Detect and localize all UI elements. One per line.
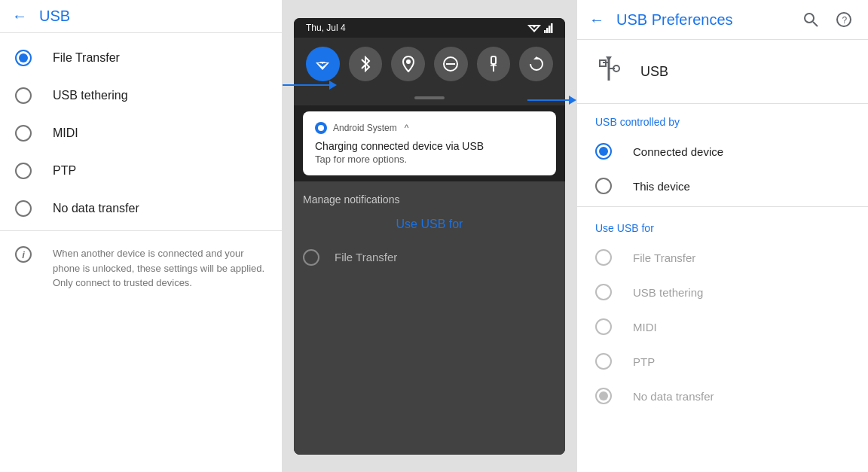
right-usb-label: USB [640, 64, 668, 80]
radio-usb-tethering [15, 87, 32, 104]
usb-icon [595, 55, 622, 82]
signal-icon [544, 23, 553, 33]
android-icon [317, 124, 325, 132]
dark-section: Manage notifications Use USB for File Tr… [294, 181, 565, 455]
left-back-button[interactable]: ← [12, 8, 27, 25]
right-option-file-transfer[interactable]: File Transfer [577, 240, 868, 275]
dark-radio-file-transfer [303, 249, 319, 266]
right-label-ptp-use: PTP [633, 355, 655, 368]
notif-title: Charging connected device via USB [315, 140, 544, 152]
right-label-midi-use: MIDI [633, 321, 657, 333]
right-divider-1 [577, 206, 868, 207]
wifi-icon [527, 23, 541, 33]
left-header: ← USB [0, 0, 282, 33]
status-time: Thu, Jul 4 [306, 23, 346, 33]
notif-chevron: ^ [405, 123, 409, 133]
svg-rect-5 [549, 26, 551, 33]
right-option-connected-device[interactable]: Connected device [577, 134, 868, 169]
bluetooth-icon [360, 56, 371, 72]
qs-rotate[interactable] [519, 47, 553, 81]
left-title: USB [39, 8, 70, 25]
flashlight-icon [488, 56, 499, 72]
radio-ptp [15, 163, 32, 179]
right-option-midi-use[interactable]: MIDI [577, 309, 868, 344]
use-usb-for-title: Use USB for [577, 210, 868, 240]
right-option-ptp-use[interactable]: PTP [577, 344, 868, 379]
left-label-usb-tethering: USB tethering [53, 89, 128, 102]
svg-point-17 [318, 125, 324, 131]
right-radio-this-device [595, 178, 612, 194]
left-info-row: i When another device is connected and y… [0, 234, 282, 303]
arrow-left-to-middle [283, 81, 337, 90]
right-label-usb-tethering-use: USB tethering [633, 286, 703, 299]
right-radio-midi-use [595, 318, 612, 335]
right-radio-no-data-transfer-use [595, 388, 612, 404]
qs-wifi[interactable] [306, 47, 340, 81]
right-label-connected-device: Connected device [633, 145, 723, 158]
status-bar: Thu, Jul 4 [294, 18, 565, 38]
right-radio-connected-device [595, 143, 612, 160]
status-icons [527, 23, 553, 33]
left-label-file-transfer: File Transfer [53, 51, 120, 65]
radio-midi [15, 125, 32, 142]
right-label-this-device: This device [633, 180, 690, 193]
location-icon [402, 56, 414, 72]
left-label-ptp: PTP [53, 164, 76, 178]
info-icon: i [15, 246, 32, 263]
left-option-usb-tethering[interactable]: USB tethering [0, 77, 282, 114]
left-panel: ← USB File Transfer USB tethering MIDI P… [0, 0, 283, 472]
dnd-icon [442, 56, 459, 72]
left-option-ptp[interactable]: PTP [0, 152, 282, 190]
dark-file-transfer[interactable]: File Transfer [303, 243, 556, 272]
svg-line-19 [813, 22, 818, 26]
svg-point-18 [805, 14, 814, 23]
left-option-no-data-transfer[interactable]: No data transfer [0, 190, 282, 227]
left-info-text: When another device is connected and you… [53, 246, 267, 291]
right-option-no-data-transfer-use[interactable]: No data transfer [577, 379, 868, 413]
help-button[interactable]: ? [832, 8, 856, 32]
right-radio-usb-tethering-use [595, 284, 612, 300]
right-label-no-data-transfer-use: No data transfer [633, 390, 714, 403]
left-label-no-data-transfer: No data transfer [53, 202, 139, 215]
right-option-this-device[interactable]: This device [577, 169, 868, 203]
svg-rect-4 [546, 28, 549, 33]
qs-wifi-icon [314, 57, 331, 71]
qs-bluetooth[interactable] [349, 47, 383, 81]
qs-handle [294, 90, 565, 105]
android-system-icon [315, 122, 327, 134]
right-radio-file-transfer-use [595, 249, 612, 266]
radio-no-data-transfer [15, 200, 32, 217]
right-back-button[interactable]: ← [589, 11, 604, 29]
notification-card[interactable]: Android System ^ Charging connected devi… [303, 111, 556, 175]
left-option-file-transfer[interactable]: File Transfer [0, 39, 282, 77]
usb-symbol-icon [595, 55, 622, 88]
right-title: USB Preferences [616, 11, 787, 29]
left-option-midi[interactable]: MIDI [0, 114, 282, 152]
usb-icon-row: USB [577, 40, 868, 104]
svg-rect-3 [544, 30, 546, 33]
svg-marker-27 [606, 56, 612, 61]
arrow-head-2 [569, 96, 576, 105]
manage-notifications[interactable]: Manage notifications [303, 193, 556, 206]
qs-dnd[interactable] [434, 47, 468, 81]
right-header: ← USB Preferences ? [577, 0, 868, 40]
rotate-icon [528, 56, 545, 72]
qs-flashlight[interactable] [477, 47, 511, 81]
svg-point-10 [406, 59, 411, 64]
right-radio-ptp-use [595, 353, 612, 370]
right-option-usb-tethering-use[interactable]: USB tethering [577, 275, 868, 309]
search-button[interactable] [799, 8, 823, 32]
notif-body: Tap for more options. [315, 154, 544, 165]
header-icons: ? [799, 8, 856, 32]
right-label-file-transfer-use: File Transfer [633, 251, 695, 264]
qs-location[interactable] [391, 47, 425, 81]
usb-controlled-by-title: USB controlled by [577, 104, 868, 134]
left-radio-list: File Transfer USB tethering MIDI PTP No … [0, 33, 282, 472]
left-divider [0, 230, 282, 231]
right-panel: ← USB Preferences ? [576, 0, 868, 472]
search-icon [803, 12, 818, 27]
help-icon: ? [836, 12, 851, 27]
svg-text:?: ? [842, 15, 848, 26]
middle-use-usb-for: Use USB for [303, 218, 556, 231]
dark-label-file-transfer: File Transfer [335, 251, 397, 263]
